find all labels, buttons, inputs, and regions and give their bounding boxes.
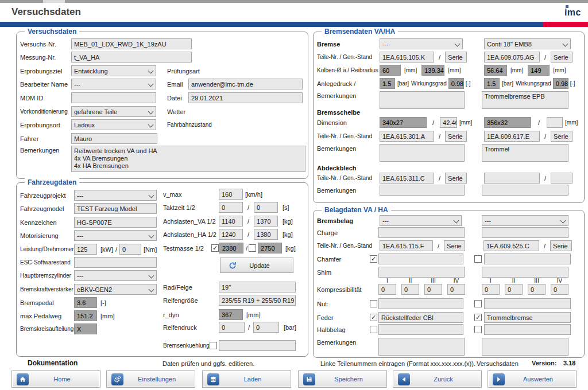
kompressibilitaet-ha-3-input[interactable]: 0 [528, 284, 546, 295]
reifengroesse-input[interactable]: 235/55 R19 + 255/50 R19 [219, 295, 296, 306]
bemerkungen-textarea[interactable]: Reibwerte trocken VA und HA 4x VA Bremsu… [71, 146, 305, 172]
bremsenkuehlung-checkbox[interactable] [210, 342, 217, 349]
kompressibilitaet-va-2-input[interactable]: 0 [401, 284, 419, 295]
feder-ha-checkbox[interactable] [474, 314, 482, 321]
chamfer-ha-checkbox[interactable] [474, 255, 482, 263]
abdeckblech-bemerkungen-va[interactable] [380, 185, 465, 196]
fahrer-input[interactable]: Mauro [71, 133, 157, 144]
belag-bemerkungen-ha[interactable] [482, 338, 568, 356]
charge-va-input[interactable] [378, 227, 465, 238]
messung-nr-input[interactable]: t_VA_HA [71, 52, 192, 63]
belag-bemerkungen-va[interactable] [378, 338, 465, 356]
vorkonditionierung-combo[interactable]: gefahrene Teile [71, 106, 156, 117]
gen-stand-va-input[interactable]: Serie [445, 52, 467, 63]
scheibe-teile-nr-ha-input[interactable]: 1EA.609.617.E [484, 131, 540, 142]
scheibe-bemerkungen-va[interactable] [380, 144, 465, 162]
chamfer-ha-input[interactable] [484, 253, 571, 264]
abdeckblech-bemerkungen-ha[interactable] [482, 185, 568, 196]
kompressibilitaet-va-3-input[interactable]: 0 [424, 284, 442, 295]
bremsenkuehlung-input[interactable] [219, 340, 296, 351]
abdeckblech-teile-nr-ha-input[interactable] [484, 173, 540, 184]
gen-stand-ha-input[interactable]: Serie [551, 52, 572, 63]
datei-input[interactable]: 29.01.2021 [188, 92, 303, 103]
testmasse1-checkbox[interactable] [211, 244, 219, 252]
shim-ha-input[interactable] [482, 267, 568, 278]
nut-va-input[interactable] [378, 298, 463, 309]
versuchs-nr-input[interactable]: MEB_01_LDX_RWD_1K_19zAU [71, 38, 192, 49]
nut-ha-input[interactable] [484, 298, 571, 309]
nut-ha-checkbox[interactable] [474, 300, 482, 307]
email-input[interactable]: anwender@imc-tm.de [188, 79, 303, 89]
motorisierung-combo[interactable]: --- [74, 230, 157, 241]
scheibe-gen-stand-ha-input[interactable]: Serie [551, 131, 572, 142]
belag-gen-stand-va-input[interactable]: Serie [444, 240, 465, 251]
erprobungsziel-combo[interactable]: Entwicklung [71, 65, 156, 76]
achslast-va2-input[interactable]: 1370 [254, 216, 278, 227]
bremse-va-combo[interactable]: --- [380, 38, 463, 49]
belag-teile-nr-va-input[interactable]: 1EA.615.115.F [380, 240, 433, 251]
abdeckblech-teile-nr-va-input[interactable]: 1EA.615.311.C [380, 173, 434, 184]
kompressibilitaet-ha-2-input[interactable]: 0 [505, 284, 523, 295]
shim-va-input[interactable] [378, 267, 465, 278]
mdm-id-input[interactable] [71, 92, 156, 103]
belag-teile-nr-ha-input[interactable]: 1EA.609.525.C [483, 240, 539, 251]
teile-nr-va-input[interactable]: 1EA.615.105.K [380, 52, 434, 63]
achslast-va1-input[interactable]: 1140 [219, 216, 243, 227]
reifendruck1-input[interactable]: 0 [219, 322, 245, 333]
achslast-ha2-input[interactable]: 1380 [254, 229, 278, 240]
bremse-bemerkungen-ha[interactable]: Trommelbremse EPB [482, 91, 568, 109]
v-max-input[interactable]: 160 [219, 189, 243, 200]
esc-softwarestand-input[interactable] [74, 257, 157, 268]
scheibe-teile-nr-va-input[interactable]: 1EA.615.301.A [380, 131, 434, 142]
kompressibilitaet-ha-1-input[interactable]: 0 [482, 284, 500, 295]
charge-ha-input[interactable] [482, 227, 568, 238]
bremse-bemerkungen-va[interactable] [380, 91, 465, 109]
reifendruck2-input[interactable]: 0 [253, 322, 279, 333]
taktzeit1-input[interactable]: 0 [219, 202, 243, 213]
scheibe-gen-stand-va-input[interactable]: Serie [445, 131, 467, 142]
feder-va-checkbox[interactable] [370, 314, 377, 321]
bremsbelag-va-combo[interactable]: --- [380, 215, 462, 226]
dimension2-ha-input[interactable] [547, 117, 563, 128]
fahrzeugprojekt-combo[interactable]: --- [74, 190, 157, 201]
fahrzeugmodel-input[interactable]: TEST Farzeug Model [74, 203, 157, 214]
taktzeit2-input[interactable]: 0 [254, 202, 278, 213]
feder-va-input[interactable]: Rückstellfeder CBI [378, 312, 463, 323]
scheibe-bemerkungen-ha[interactable]: Trommel [482, 144, 568, 162]
erprobungsort-combo[interactable]: Ladoux [71, 119, 156, 130]
home-button[interactable]: Home [11, 370, 100, 388]
hauptbremszylinder-combo[interactable]: --- [74, 270, 157, 281]
nut-va-checkbox[interactable] [370, 300, 377, 307]
belag-gen-stand-ha-input[interactable]: Serie [550, 240, 572, 251]
bearbeiter-name-combo[interactable]: --- [71, 79, 156, 89]
rad-felge-input[interactable]: 19" [219, 282, 296, 292]
leistung-input[interactable]: 125 [74, 244, 97, 255]
abdeckblech-gen-stand-ha-input[interactable] [551, 173, 572, 184]
bremskraftverstaerker-combo[interactable]: eBKV-GEN2 [74, 284, 157, 295]
halbbelag-va-input[interactable] [378, 324, 463, 335]
kompressibilitaet-va-1-input[interactable]: 0 [378, 284, 396, 295]
auswerten-button[interactable]: Auswerten [488, 370, 577, 388]
dimension2-va-input[interactable]: 42.46 [440, 117, 457, 128]
einstellungen-button[interactable]: Einstellungen [106, 370, 195, 388]
halbbelag-ha-checkbox[interactable] [474, 326, 482, 333]
feder-ha-input[interactable]: Trommelbremse [484, 312, 571, 323]
teile-nr-ha-input[interactable]: 1EA.609.075.AG [484, 52, 540, 63]
speichern-button[interactable]: Speichern [298, 370, 387, 388]
halbbelag-va-checkbox[interactable] [370, 326, 377, 333]
zurueck-button[interactable]: Zurück [393, 370, 482, 388]
laden-button[interactable]: Laden [202, 370, 291, 388]
update-button[interactable]: Update [220, 258, 293, 273]
chamfer-va-input[interactable] [378, 253, 463, 264]
kompressibilitaet-ha-4-input[interactable]: 0 [551, 284, 568, 295]
drehmoment-input[interactable]: 0 [119, 244, 141, 255]
testmasse2-checkbox[interactable] [249, 244, 256, 252]
chamfer-va-checkbox[interactable] [370, 255, 377, 263]
bremse-ha-combo[interactable]: Conti 18" EMB8 [484, 38, 571, 49]
halbbelag-ha-input[interactable] [484, 324, 571, 335]
kompressibilitaet-va-4-input[interactable]: 0 [447, 284, 465, 295]
bremsbelag-ha-combo[interactable]: --- [482, 215, 568, 226]
abdeckblech-gen-stand-va-input[interactable]: Serie [445, 173, 467, 184]
achslast-ha1-input[interactable]: 1240 [219, 229, 243, 240]
kennzeichen-input[interactable]: HG-SP007E [74, 217, 157, 228]
